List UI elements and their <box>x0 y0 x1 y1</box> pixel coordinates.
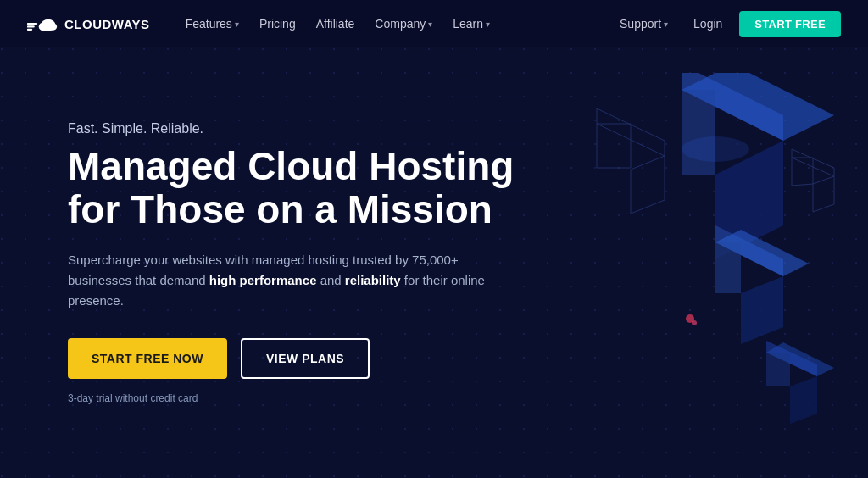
learn-chevron-icon: ▾ <box>486 19 490 29</box>
svg-marker-24 <box>813 176 834 212</box>
hero-buttons: START FREE NOW VIEW PLANS <box>68 338 514 379</box>
nav-pricing[interactable]: Pricing <box>251 12 304 36</box>
hero-content: Fast. Simple. Reliable. Managed Cloud Ho… <box>0 121 514 403</box>
navbar: CLOUDWAYS Features ▾ Pricing Affiliate C… <box>0 0 868 47</box>
logo[interactable]: CLOUDWAYS <box>27 14 150 34</box>
nav-company[interactable]: Company ▾ <box>366 12 441 36</box>
hero-title: Managed Cloud Hostingfor Those on a Miss… <box>68 145 514 231</box>
hero-subtitle: Fast. Simple. Reliable. <box>68 121 514 136</box>
svg-point-26 <box>682 136 749 162</box>
svg-point-5 <box>48 23 57 31</box>
nav-affiliate[interactable]: Affiliate <box>308 12 364 36</box>
svg-marker-17 <box>790 376 817 424</box>
hero-section: Fast. Simple. Reliable. Managed Cloud Ho… <box>0 47 868 478</box>
nav-login[interactable]: Login <box>683 12 732 36</box>
logo-icon <box>27 14 58 34</box>
nav-learn[interactable]: Learn ▾ <box>444 12 498 36</box>
svg-marker-22 <box>597 124 631 168</box>
svg-marker-21 <box>631 156 665 214</box>
svg-point-28 <box>692 320 697 325</box>
nav-support[interactable]: Support ▾ <box>611 12 676 36</box>
nav-start-free-button[interactable]: START FREE <box>739 11 841 37</box>
hero-description: Supercharge your websites with managed h… <box>68 250 509 311</box>
nav-features[interactable]: Features ▾ <box>177 12 248 36</box>
svg-point-4 <box>39 22 49 31</box>
features-chevron-icon: ▾ <box>235 19 239 29</box>
trial-info: 3-day trial without credit card <box>68 392 514 404</box>
svg-marker-13 <box>741 276 783 344</box>
nav-links: Features ▾ Pricing Affiliate Company ▾ L… <box>177 12 611 36</box>
support-chevron-icon: ▾ <box>664 19 668 29</box>
nav-right: Support ▾ Login START FREE <box>611 11 841 37</box>
brand-name: CLOUDWAYS <box>64 17 150 31</box>
view-plans-button[interactable]: VIEW PLANS <box>241 338 370 379</box>
svg-marker-25 <box>792 158 813 186</box>
start-free-now-button[interactable]: START FREE NOW <box>68 338 227 379</box>
company-chevron-icon: ▾ <box>428 19 432 29</box>
